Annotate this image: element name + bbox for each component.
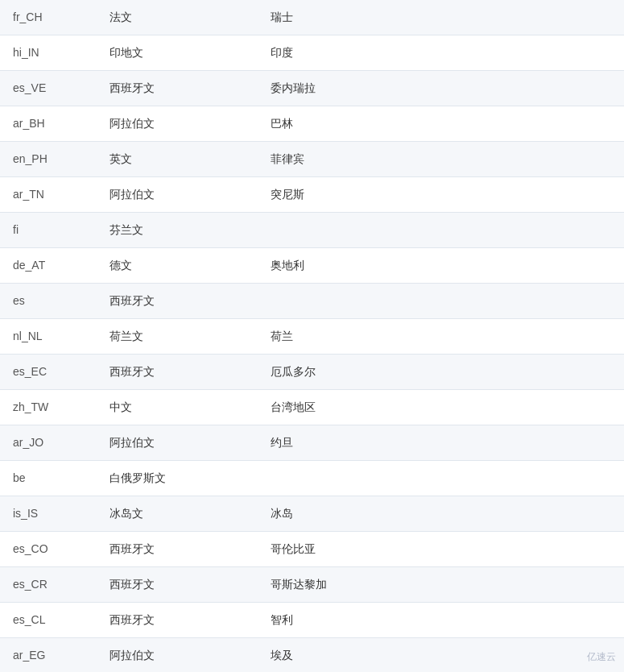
- locale-language: 西班牙文: [97, 355, 258, 390]
- locale-region: 厄瓜多尔: [258, 355, 624, 390]
- table-row: ar_TN阿拉伯文突尼斯: [0, 177, 624, 213]
- locale-code: hi_IN: [0, 35, 97, 71]
- locale-code: es_CR: [0, 567, 97, 603]
- locale-language: 西班牙文: [97, 603, 258, 638]
- table-row: es_CR西班牙文哥斯达黎加: [0, 567, 624, 603]
- locale-language: 西班牙文: [97, 71, 258, 106]
- locale-region: 菲律宾: [258, 142, 624, 177]
- locale-code: ar_JO: [0, 425, 97, 461]
- locale-language: 阿拉伯文: [97, 425, 258, 461]
- table-row: fr_CH法文瑞士: [0, 0, 624, 35]
- locale-code: es_EC: [0, 355, 97, 390]
- locale-language: 法文: [97, 0, 258, 35]
- locale-code: es_VE: [0, 71, 97, 106]
- locale-region: 委内瑞拉: [258, 71, 624, 106]
- table-row: nl_NL荷兰文荷兰: [0, 319, 624, 355]
- table-row: hi_IN印地文印度: [0, 35, 624, 71]
- locale-region: 智利: [258, 603, 624, 638]
- table-row: es_VE西班牙文委内瑞拉: [0, 71, 624, 106]
- table-row: ar_EG阿拉伯文埃及: [0, 638, 624, 673]
- locale-language: 白俄罗斯文: [97, 461, 258, 496]
- locale-region: 奥地利: [258, 248, 624, 284]
- locale-code: zh_TW: [0, 390, 97, 425]
- table-row: es西班牙文: [0, 284, 624, 319]
- locale-region: 冰岛: [258, 496, 624, 532]
- table-row: de_AT德文奥地利: [0, 248, 624, 284]
- table-row: en_PH英文菲律宾: [0, 142, 624, 177]
- locale-code: es: [0, 284, 97, 319]
- locale-language: 印地文: [97, 35, 258, 71]
- table-row: ar_BH阿拉伯文巴林: [0, 106, 624, 142]
- locale-region: 哥伦比亚: [258, 532, 624, 567]
- locale-region: [258, 461, 624, 496]
- locale-language: 西班牙文: [97, 532, 258, 567]
- locale-code: ar_TN: [0, 177, 97, 213]
- locale-code: de_AT: [0, 248, 97, 284]
- locale-code: fr_CH: [0, 0, 97, 35]
- locale-language: 中文: [97, 390, 258, 425]
- locale-code: fi: [0, 213, 97, 248]
- locale-region: 台湾地区: [258, 390, 624, 425]
- locale-code: es_CL: [0, 603, 97, 638]
- locale-region: 荷兰: [258, 319, 624, 355]
- locale-region: [258, 284, 624, 319]
- table-row: es_CO西班牙文哥伦比亚: [0, 532, 624, 567]
- table-row: ar_JO阿拉伯文约旦: [0, 425, 624, 461]
- locale-language: 阿拉伯文: [97, 177, 258, 213]
- locale-language: 西班牙文: [97, 284, 258, 319]
- table-row: es_EC西班牙文厄瓜多尔: [0, 355, 624, 390]
- locale-region: 突尼斯: [258, 177, 624, 213]
- table-container: fr_CH法文瑞士hi_IN印地文印度es_VE西班牙文委内瑞拉ar_BH阿拉伯…: [0, 0, 624, 672]
- locale-region: 哥斯达黎加: [258, 567, 624, 603]
- table-row: fi芬兰文: [0, 213, 624, 248]
- locale-table: fr_CH法文瑞士hi_IN印地文印度es_VE西班牙文委内瑞拉ar_BH阿拉伯…: [0, 0, 624, 672]
- locale-code: ar_EG: [0, 638, 97, 673]
- locale-language: 冰岛文: [97, 496, 258, 532]
- locale-region: 巴林: [258, 106, 624, 142]
- locale-language: 阿拉伯文: [97, 638, 258, 673]
- locale-region: 瑞士: [258, 0, 624, 35]
- locale-code: be: [0, 461, 97, 496]
- watermark: 亿速云: [587, 650, 616, 664]
- locale-region: 埃及: [258, 638, 624, 673]
- table-row: is_IS冰岛文冰岛: [0, 496, 624, 532]
- locale-region: 印度: [258, 35, 624, 71]
- locale-code: nl_NL: [0, 319, 97, 355]
- table-row: be白俄罗斯文: [0, 461, 624, 496]
- locale-language: 德文: [97, 248, 258, 284]
- locale-language: 阿拉伯文: [97, 106, 258, 142]
- locale-language: 英文: [97, 142, 258, 177]
- locale-code: en_PH: [0, 142, 97, 177]
- table-row: es_CL西班牙文智利: [0, 603, 624, 638]
- locale-region: 约旦: [258, 425, 624, 461]
- locale-language: 芬兰文: [97, 213, 258, 248]
- locale-code: es_CO: [0, 532, 97, 567]
- locale-region: [258, 213, 624, 248]
- locale-language: 西班牙文: [97, 567, 258, 603]
- locale-language: 荷兰文: [97, 319, 258, 355]
- table-row: zh_TW中文台湾地区: [0, 390, 624, 425]
- locale-code: is_IS: [0, 496, 97, 532]
- locale-code: ar_BH: [0, 106, 97, 142]
